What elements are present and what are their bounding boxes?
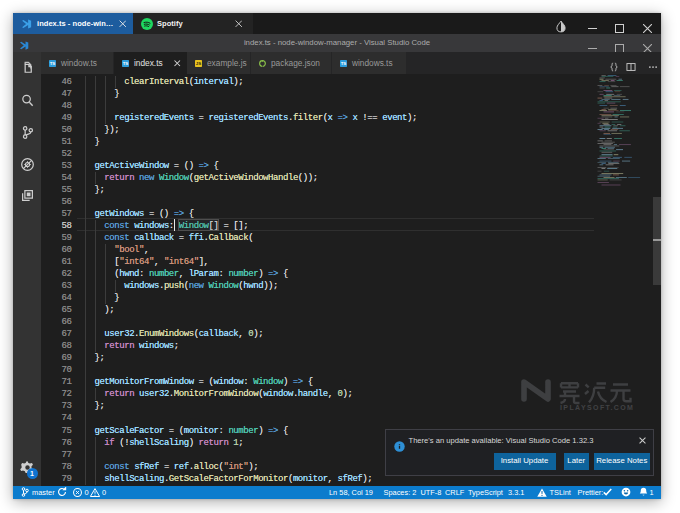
svg-text:TS: TS [50, 61, 56, 66]
svg-text:TS: TS [341, 61, 347, 66]
svg-text:TS: TS [123, 61, 129, 66]
svg-text:JS: JS [196, 61, 201, 66]
